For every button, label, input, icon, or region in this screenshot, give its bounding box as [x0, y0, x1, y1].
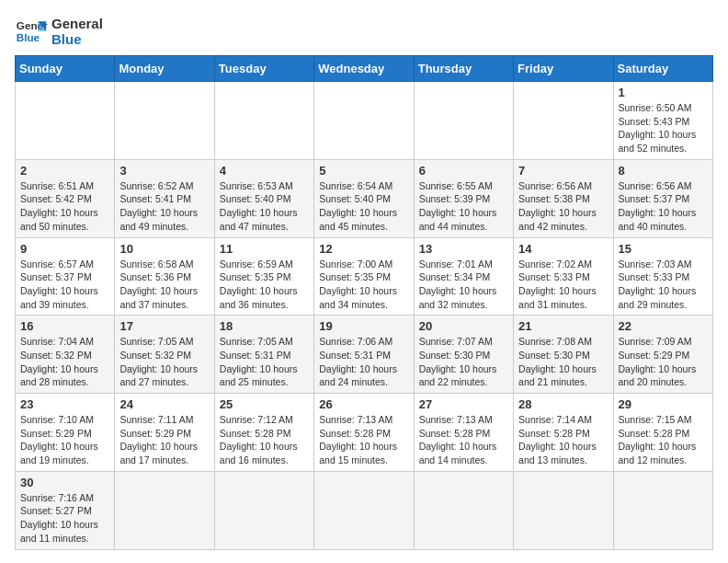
- day-info: Sunrise: 7:08 AM Sunset: 5:30 PM Dayligh…: [518, 335, 608, 389]
- day-number: 22: [619, 319, 708, 333]
- day-number: 13: [419, 242, 508, 256]
- day-number: 3: [119, 164, 209, 178]
- day-info: Sunrise: 7:07 AM Sunset: 5:30 PM Dayligh…: [419, 335, 508, 389]
- day-number: 27: [419, 397, 508, 411]
- calendar-cell: [214, 471, 313, 549]
- calendar-cell: 30Sunrise: 7:16 AM Sunset: 5:27 PM Dayli…: [16, 471, 115, 549]
- calendar-week-1: 1Sunrise: 6:50 AM Sunset: 5:43 PM Daylig…: [16, 82, 713, 160]
- calendar-cell: [613, 471, 712, 549]
- day-number: 5: [319, 164, 408, 178]
- calendar-cell: 25Sunrise: 7:12 AM Sunset: 5:28 PM Dayli…: [214, 394, 313, 472]
- day-info: Sunrise: 6:58 AM Sunset: 5:36 PM Dayligh…: [119, 258, 209, 312]
- day-info: Sunrise: 7:00 AM Sunset: 5:35 PM Dayligh…: [319, 258, 408, 312]
- day-number: 6: [419, 164, 508, 178]
- day-info: Sunrise: 7:14 AM Sunset: 5:28 PM Dayligh…: [518, 413, 608, 467]
- day-number: 29: [619, 397, 708, 411]
- day-info: Sunrise: 6:55 AM Sunset: 5:39 PM Dayligh…: [419, 179, 508, 234]
- calendar-cell: [16, 82, 115, 160]
- calendar-cell: 17Sunrise: 7:05 AM Sunset: 5:32 PM Dayli…: [115, 316, 214, 394]
- day-info: Sunrise: 6:52 AM Sunset: 5:41 PM Dayligh…: [119, 179, 209, 234]
- day-number: 24: [119, 397, 209, 411]
- day-header-saturday: Saturday: [613, 56, 712, 82]
- svg-text:Blue: Blue: [17, 31, 40, 43]
- calendar-cell: 26Sunrise: 7:13 AM Sunset: 5:28 PM Dayli…: [314, 394, 414, 472]
- day-number: 17: [119, 319, 209, 333]
- calendar-cell: 13Sunrise: 7:01 AM Sunset: 5:34 PM Dayli…: [414, 237, 513, 316]
- day-info: Sunrise: 6:56 AM Sunset: 5:38 PM Dayligh…: [518, 179, 608, 234]
- calendar-week-2: 2Sunrise: 6:51 AM Sunset: 5:42 PM Daylig…: [16, 159, 713, 237]
- day-number: 20: [419, 319, 508, 333]
- calendar-week-6: 30Sunrise: 7:16 AM Sunset: 5:27 PM Dayli…: [16, 471, 713, 549]
- day-number: 8: [619, 164, 708, 178]
- day-number: 21: [518, 319, 608, 333]
- day-info: Sunrise: 7:05 AM Sunset: 5:31 PM Dayligh…: [220, 335, 309, 389]
- day-header-tuesday: Tuesday: [214, 56, 313, 82]
- calendar-cell: 11Sunrise: 6:59 AM Sunset: 5:35 PM Dayli…: [214, 237, 313, 316]
- day-info: Sunrise: 6:51 AM Sunset: 5:42 PM Dayligh…: [20, 179, 109, 234]
- day-number: 1: [619, 86, 708, 99]
- day-header-thursday: Thursday: [414, 56, 513, 82]
- day-number: 4: [220, 164, 309, 178]
- day-info: Sunrise: 6:54 AM Sunset: 5:40 PM Dayligh…: [319, 179, 408, 234]
- day-number: 30: [20, 476, 109, 489]
- calendar-cell: 15Sunrise: 7:03 AM Sunset: 5:33 PM Dayli…: [613, 237, 712, 316]
- day-info: Sunrise: 7:02 AM Sunset: 5:33 PM Dayligh…: [518, 258, 608, 312]
- day-number: 14: [518, 242, 608, 256]
- day-info: Sunrise: 7:12 AM Sunset: 5:28 PM Dayligh…: [220, 413, 309, 467]
- day-info: Sunrise: 7:06 AM Sunset: 5:31 PM Dayligh…: [319, 335, 408, 389]
- calendar-week-5: 23Sunrise: 7:10 AM Sunset: 5:29 PM Dayli…: [16, 394, 713, 472]
- calendar-cell: 18Sunrise: 7:05 AM Sunset: 5:31 PM Dayli…: [214, 316, 313, 394]
- calendar-cell: 12Sunrise: 7:00 AM Sunset: 5:35 PM Dayli…: [314, 237, 414, 316]
- day-number: 23: [20, 397, 109, 411]
- day-header-friday: Friday: [514, 56, 613, 82]
- day-number: 15: [619, 242, 708, 256]
- calendar-cell: 16Sunrise: 7:04 AM Sunset: 5:32 PM Dayli…: [16, 316, 115, 394]
- calendar-cell: [115, 471, 214, 549]
- day-number: 16: [20, 319, 109, 333]
- day-header-sunday: Sunday: [16, 56, 115, 82]
- calendar-cell: 28Sunrise: 7:14 AM Sunset: 5:28 PM Dayli…: [514, 394, 613, 472]
- calendar-cell: [214, 82, 313, 160]
- calendar-cell: 1Sunrise: 6:50 AM Sunset: 5:43 PM Daylig…: [613, 82, 712, 160]
- day-number: 2: [20, 164, 109, 178]
- calendar-cell: 9Sunrise: 6:57 AM Sunset: 5:37 PM Daylig…: [16, 237, 115, 316]
- calendar-cell: [314, 471, 414, 549]
- calendar-cell: [414, 82, 513, 160]
- day-info: Sunrise: 6:56 AM Sunset: 5:37 PM Dayligh…: [619, 179, 708, 234]
- calendar-cell: 2Sunrise: 6:51 AM Sunset: 5:42 PM Daylig…: [16, 159, 115, 237]
- calendar-cell: 29Sunrise: 7:15 AM Sunset: 5:28 PM Dayli…: [613, 394, 712, 472]
- calendar-week-3: 9Sunrise: 6:57 AM Sunset: 5:37 PM Daylig…: [16, 237, 713, 316]
- calendar-header-row: SundayMondayTuesdayWednesdayThursdayFrid…: [16, 56, 713, 82]
- day-header-monday: Monday: [115, 56, 214, 82]
- calendar-cell: 21Sunrise: 7:08 AM Sunset: 5:30 PM Dayli…: [514, 316, 613, 394]
- calendar-cell: 7Sunrise: 6:56 AM Sunset: 5:38 PM Daylig…: [514, 159, 613, 237]
- calendar-cell: [414, 471, 513, 549]
- day-info: Sunrise: 6:50 AM Sunset: 5:43 PM Dayligh…: [619, 101, 708, 155]
- day-info: Sunrise: 7:01 AM Sunset: 5:34 PM Dayligh…: [419, 258, 508, 312]
- day-info: Sunrise: 7:11 AM Sunset: 5:29 PM Dayligh…: [119, 413, 209, 467]
- calendar-cell: 19Sunrise: 7:06 AM Sunset: 5:31 PM Dayli…: [314, 316, 414, 394]
- day-number: 10: [119, 242, 209, 256]
- day-info: Sunrise: 7:16 AM Sunset: 5:27 PM Dayligh…: [20, 491, 109, 546]
- day-info: Sunrise: 6:57 AM Sunset: 5:37 PM Dayligh…: [20, 258, 109, 312]
- day-header-wednesday: Wednesday: [314, 56, 414, 82]
- day-info: Sunrise: 6:59 AM Sunset: 5:35 PM Dayligh…: [220, 258, 309, 312]
- header: General Blue General Blue: [15, 15, 713, 48]
- calendar-cell: [514, 471, 613, 549]
- day-number: 26: [319, 397, 408, 411]
- calendar-cell: [514, 82, 613, 160]
- calendar-cell: [115, 82, 214, 160]
- calendar-cell: 3Sunrise: 6:52 AM Sunset: 5:41 PM Daylig…: [115, 159, 214, 237]
- day-info: Sunrise: 7:10 AM Sunset: 5:29 PM Dayligh…: [20, 413, 109, 467]
- day-info: Sunrise: 7:13 AM Sunset: 5:28 PM Dayligh…: [419, 413, 508, 467]
- day-info: Sunrise: 7:04 AM Sunset: 5:32 PM Dayligh…: [20, 335, 109, 389]
- day-number: 11: [220, 242, 309, 256]
- day-number: 12: [319, 242, 408, 256]
- calendar-cell: 10Sunrise: 6:58 AM Sunset: 5:36 PM Dayli…: [115, 237, 214, 316]
- day-info: Sunrise: 7:13 AM Sunset: 5:28 PM Dayligh…: [319, 413, 408, 467]
- day-info: Sunrise: 6:53 AM Sunset: 5:40 PM Dayligh…: [220, 179, 309, 234]
- day-info: Sunrise: 7:05 AM Sunset: 5:32 PM Dayligh…: [119, 335, 209, 389]
- logo-blue: Blue: [51, 31, 103, 47]
- calendar: SundayMondayTuesdayWednesdayThursdayFrid…: [15, 55, 713, 550]
- calendar-cell: 20Sunrise: 7:07 AM Sunset: 5:30 PM Dayli…: [414, 316, 513, 394]
